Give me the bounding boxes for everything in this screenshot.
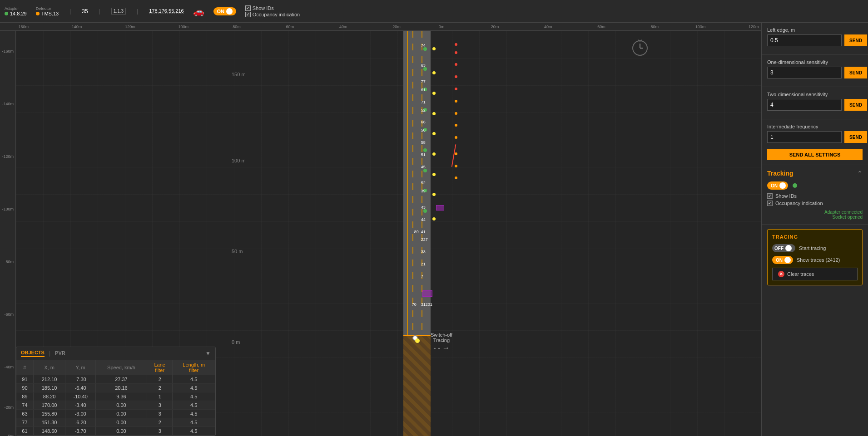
table-row: 74 170.00 -3.40 0.00 3 4.5 xyxy=(16,401,215,410)
two-dim-label: Two-dimensional sensitivity xyxy=(767,92,863,97)
inter-freq-section: Intermediate frequency SEND SEND ALL SET… xyxy=(762,119,868,165)
table-row: 89 88.20 -10.40 9.36 1 4.5 xyxy=(16,392,215,401)
col-lane: Lanefilter xyxy=(147,360,173,375)
left-edge-send-btn[interactable]: SEND xyxy=(844,34,867,46)
car-icon: 🚗 xyxy=(193,6,204,17)
dist-100: 100 m xyxy=(232,158,246,163)
tracking-title: Tracking xyxy=(767,170,794,177)
table-row: 90 185.10 -6.40 20.16 2 4.5 xyxy=(16,384,215,392)
tracking-show-ids-checkbox[interactable] xyxy=(767,193,773,199)
show-traces-circle xyxy=(784,257,791,263)
top-checkboxes: Show IDs Occupancy indication xyxy=(245,5,300,17)
adapter-dot xyxy=(5,12,8,15)
inter-freq-label: Intermediate frequency xyxy=(767,124,863,129)
show-traces-row: ON Show traces (2412) xyxy=(772,256,858,264)
show-ids-checkbox[interactable] xyxy=(245,5,251,11)
col-speed: Speed, km/h xyxy=(96,360,147,375)
clear-traces-btn[interactable]: ✕ Clear traces xyxy=(772,268,858,280)
table-row: 61 148.60 -3.70 0.00 3 4.5 xyxy=(16,427,215,436)
occupancy-checkbox[interactable] xyxy=(245,12,251,17)
main-toggle[interactable]: ON xyxy=(213,7,236,15)
show-ids-checkbox-row[interactable]: Show IDs xyxy=(245,5,300,11)
tracing-box: TRACING OFF Start tracing ON Show traces… xyxy=(767,229,863,285)
two-dim-send-btn[interactable]: SEND xyxy=(844,99,867,111)
inter-freq-send-btn[interactable]: SEND xyxy=(844,131,867,143)
dist-0: 0 m xyxy=(232,339,240,345)
adapter-value: 14.8.29 xyxy=(5,11,27,16)
status-text: Adapter connected Socket opened xyxy=(767,210,863,220)
adapter-label: Adapter xyxy=(5,6,27,11)
table-row: 77 151.30 -6.20 0.00 2 4.5 xyxy=(16,418,215,427)
tracking-section: Tracking ⌃ ON Show IDs Occupancy indicat… xyxy=(762,165,868,225)
one-dim-send-btn[interactable]: SEND xyxy=(844,67,867,78)
chevron-icon[interactable]: ▼ xyxy=(205,350,211,357)
left-edge-section: Left edge, m SEND xyxy=(762,23,868,55)
switch-off-label: Switch-off Tracing - - → xyxy=(431,332,452,352)
start-tracing-circle xyxy=(785,245,792,251)
col-x: X, m xyxy=(33,360,65,375)
one-dim-section: One-dimensional sensitivity SEND xyxy=(762,55,868,87)
col-y: Y, m xyxy=(65,360,96,375)
ruler-left: -160m -140m -120m -100m -80m -60m -40m -… xyxy=(0,31,16,436)
show-traces-toggle[interactable]: ON xyxy=(772,256,793,264)
left-edge-input[interactable] xyxy=(767,34,842,46)
tracking-toggle-circle xyxy=(779,182,786,189)
tracking-occupancy-row[interactable]: Occupancy indication xyxy=(767,201,863,206)
tab-objects[interactable]: OBJECTS xyxy=(21,350,45,357)
col-length: Length, mfilter xyxy=(173,360,215,375)
x-icon: ✕ xyxy=(778,271,784,277)
detector-dot xyxy=(36,12,40,15)
inter-freq-row: SEND xyxy=(767,131,863,143)
tracking-header: Tracking ⌃ xyxy=(767,170,863,177)
col-id: # xyxy=(16,360,33,375)
right-panel: Left edge, m SEND One-dimensional sensit… xyxy=(761,23,868,436)
objects-tabs: OBJECTS | PVR ▼ xyxy=(16,347,215,360)
dashed-arrow-icon: - - → xyxy=(431,344,452,352)
occupancy-checkbox-row[interactable]: Occupancy indication xyxy=(245,12,300,17)
dist-150: 150 m xyxy=(232,72,246,77)
tracking-occupancy-checkbox[interactable] xyxy=(767,201,773,206)
detector-num: 35 xyxy=(82,8,88,15)
toggle-circle xyxy=(226,8,233,15)
tracking-status-dot xyxy=(793,183,797,188)
viz-panel: -160m -140m -120m -100m -80m -60m -40m -… xyxy=(0,23,761,436)
one-dim-input[interactable] xyxy=(767,67,842,78)
hatch-area xyxy=(403,336,431,436)
detector-section: Detector TMS.13 xyxy=(36,6,59,16)
table-row: 91 212.10 -7.30 27.37 2 4.5 xyxy=(16,375,215,384)
detector-label: Detector xyxy=(36,6,59,11)
canvas-area: -160m -140m -120m -100m -80m -60m -40m -… xyxy=(0,31,761,436)
top-bar: Adapter 14.8.29 Detector TMS.13 | 35 | 1… xyxy=(0,0,868,23)
two-dim-row: SEND xyxy=(767,99,863,111)
road xyxy=(403,31,431,436)
inter-freq-input[interactable] xyxy=(767,131,842,143)
adapter-connected-status: Adapter connected xyxy=(767,210,863,215)
two-dim-input[interactable] xyxy=(767,99,842,111)
one-dim-row: SEND xyxy=(767,67,863,78)
stopwatch-icon xyxy=(629,35,651,59)
main-content: -160m -140m -120m -100m -80m -60m -40m -… xyxy=(0,23,868,436)
version-box: 1.1.3 xyxy=(111,8,126,15)
detector-value: TMS.13 xyxy=(36,11,59,16)
ruler-top: -160m -140m -120m -100m -80m -60m -40m -… xyxy=(0,23,761,31)
tracking-collapse-btn[interactable]: ⌃ xyxy=(857,170,863,177)
tracking-toggle-row: ON xyxy=(767,181,863,190)
objects-panel: OBJECTS | PVR ▼ # X, m Y, m Speed, km/h … xyxy=(16,347,216,436)
tracking-on-toggle[interactable]: ON xyxy=(767,181,788,190)
objects-table: # X, m Y, m Speed, km/h Lanefilter Lengt… xyxy=(16,360,215,436)
two-dim-section: Two-dimensional sensitivity SEND xyxy=(762,87,868,119)
ip-text: 178.176.55.216 xyxy=(149,8,184,14)
left-edge-row: SEND xyxy=(767,34,863,46)
send-all-btn[interactable]: SEND ALL SETTINGS xyxy=(767,149,863,160)
left-edge-label: Left edge, m xyxy=(767,27,863,33)
one-dim-label: One-dimensional sensitivity xyxy=(767,59,863,65)
table-row: 63 155.80 -3.00 0.00 3 4.5 xyxy=(16,410,215,418)
dist-50: 50 m xyxy=(232,249,243,254)
socket-opened-status: Socket opened xyxy=(767,215,863,220)
tracking-show-ids-row[interactable]: Show IDs xyxy=(767,193,863,199)
start-tracing-toggle[interactable]: OFF xyxy=(772,244,795,252)
tab-pvr[interactable]: PVR xyxy=(55,350,65,357)
start-tracing-row: OFF Start tracing xyxy=(772,244,858,252)
tracing-title: TRACING xyxy=(772,234,858,240)
adapter-section: Adapter 14.8.29 xyxy=(5,6,27,16)
